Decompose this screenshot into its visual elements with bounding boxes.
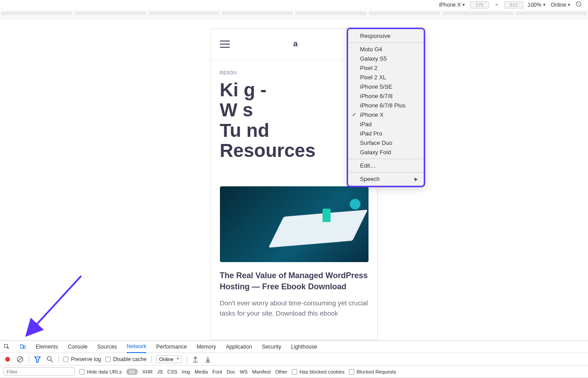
filter-input[interactable] [4, 367, 75, 376]
device-menu-item[interactable]: Pixel 2 XL [348, 73, 423, 82]
hide-data-urls-checkbox[interactable]: Hide data URLs [79, 369, 122, 374]
filter-type-img[interactable]: Img [182, 369, 190, 374]
device-toolbar: iPhone X ▼ × 100% ▼ Online ▼ [0, 0, 588, 9]
device-menu-item[interactable]: iPhone X [348, 110, 423, 119]
hamburger-menu-icon[interactable] [220, 41, 230, 48]
device-menu-item[interactable]: Speech▶ [348, 174, 423, 184]
upload-har-icon[interactable] [191, 355, 199, 363]
svg-point-7 [5, 357, 10, 362]
svg-line-9 [18, 357, 22, 361]
menu-separator [348, 172, 423, 173]
page-title: Ki g - W s Tu nd Resources [220, 80, 369, 160]
caret-down-icon: ▼ [567, 3, 571, 7]
menu-separator [348, 159, 423, 159]
filter-type-css[interactable]: CSS [167, 369, 178, 374]
category-overline: RESOU [220, 70, 369, 75]
devtools-tab-application[interactable]: Application [226, 344, 252, 350]
svg-line-11 [51, 360, 53, 362]
filter-type-js[interactable]: JS [157, 369, 163, 374]
toggle-device-toolbar-icon[interactable] [20, 344, 26, 350]
devtools-tab-elements[interactable]: Elements [36, 344, 58, 350]
inspect-element-icon[interactable] [4, 344, 10, 350]
network-toolbar: Preserve log Disable cache Online ▼ [0, 353, 588, 366]
menu-separator [348, 42, 423, 43]
svg-point-10 [47, 356, 51, 360]
throttling-select[interactable]: Online ▼ [156, 355, 182, 363]
devtools-tab-memory[interactable]: Memory [197, 344, 216, 350]
search-icon[interactable] [46, 355, 54, 363]
has-blocked-cookies-label: Has blocked cookies [299, 369, 344, 374]
filter-type-ws[interactable]: WS [240, 369, 248, 374]
article-excerpt: Don't ever worry about time-consuming ye… [220, 298, 369, 318]
preserve-log-checkbox[interactable]: Preserve log [63, 356, 101, 362]
site-logo[interactable]: a [293, 39, 298, 49]
throttle-label: Online [551, 2, 566, 8]
device-menu-item[interactable]: Moto G4 [348, 45, 423, 54]
device-menu-item[interactable]: Edit… [348, 161, 423, 170]
disable-cache-label: Disable cache [113, 356, 146, 362]
devtools-tab-console[interactable]: Console [68, 344, 87, 350]
viewport-stage: a RESOU Ki g - W s Tu nd Resources [0, 19, 588, 340]
hero-image [220, 186, 369, 262]
network-filter-bar: Hide data URLs AllXHRJSCSSImgMediaFontDo… [0, 366, 588, 378]
devtools-tab-security[interactable]: Security [262, 344, 281, 350]
filter-type-media[interactable]: Media [195, 369, 208, 374]
device-menu-item[interactable]: Galaxy S5 [348, 54, 423, 63]
svg-rect-5 [21, 345, 23, 348]
device-menu-item[interactable]: iPhone 5/SE [348, 82, 423, 91]
device-menu-item[interactable]: iPhone 6/7/8 Plus [348, 101, 423, 110]
article-title[interactable]: The Real Value of Managed WordPress Host… [220, 270, 369, 292]
rotate-icon[interactable] [576, 1, 582, 8]
viewport-height-input[interactable] [505, 1, 523, 8]
filter-type-all[interactable]: All [126, 369, 138, 375]
device-menu-item[interactable]: Galaxy Fold [348, 148, 423, 157]
device-menu: ResponsiveMoto G4Galaxy S5Pixel 2Pixel 2… [348, 29, 424, 186]
device-menu-item[interactable]: Pixel 2 [348, 63, 423, 73]
devtools-tab-sources[interactable]: Sources [97, 344, 117, 350]
throttle-dropdown[interactable]: Online ▼ [551, 2, 571, 8]
responsive-ruler [0, 9, 588, 19]
devtools-tab-lighthouse[interactable]: Lighthouse [291, 344, 317, 350]
filter-type-manifest[interactable]: Manifest [252, 369, 271, 374]
device-select-label: iPhone X [439, 2, 461, 8]
blocked-requests-label: Blocked Requests [356, 369, 396, 374]
blocked-requests-checkbox[interactable]: Blocked Requests [349, 369, 396, 374]
has-blocked-cookies-checkbox[interactable]: Has blocked cookies [292, 369, 344, 374]
device-menu-item[interactable]: iPhone 6/7/8 [348, 91, 423, 101]
devtools-tab-performance[interactable]: Performance [156, 344, 187, 350]
hide-data-urls-label: Hide data URLs [87, 369, 122, 374]
filter-type-font[interactable]: Font [212, 369, 222, 374]
filter-type-other[interactable]: Other [275, 369, 288, 374]
disable-cache-checkbox[interactable]: Disable cache [105, 356, 146, 362]
clear-icon[interactable] [16, 355, 24, 363]
record-icon[interactable] [4, 355, 12, 363]
devtools-tab-network[interactable]: Network [127, 343, 146, 353]
caret-down-icon: ▼ [542, 3, 546, 7]
device-menu-item[interactable]: iPad [348, 119, 423, 129]
device-menu-item[interactable]: Responsive [348, 31, 423, 41]
devtools-panel: ElementsConsoleSourcesNetworkPerformance… [0, 340, 588, 378]
viewport-width-input[interactable] [470, 1, 489, 8]
filter-type-xhr[interactable]: XHR [142, 369, 153, 374]
filter-type-doc[interactable]: Doc [227, 369, 236, 374]
zoom-label: 100% [528, 2, 542, 8]
device-menu-item[interactable]: iPad Pro [348, 129, 423, 138]
svg-rect-6 [24, 345, 25, 348]
download-har-icon[interactable] [204, 355, 212, 363]
device-menu-item[interactable]: Surface Duo [348, 138, 423, 148]
devtools-tabs: ElementsConsoleSourcesNetworkPerformance… [0, 341, 588, 353]
device-select-dropdown[interactable]: iPhone X ▼ [439, 2, 466, 8]
annotation-arrow [23, 271, 86, 338]
zoom-dropdown[interactable]: 100% ▼ [528, 2, 547, 8]
dimension-separator: × [493, 2, 500, 8]
svg-line-3 [31, 276, 81, 330]
filter-icon[interactable] [33, 355, 41, 363]
preserve-log-label: Preserve log [71, 356, 101, 362]
caret-down-icon: ▼ [462, 3, 466, 7]
